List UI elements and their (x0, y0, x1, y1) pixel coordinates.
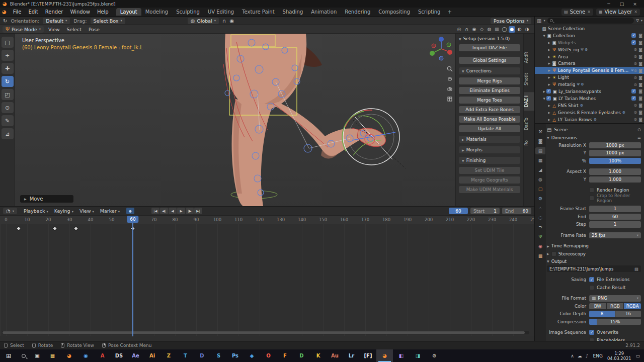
color-depth-option[interactable]: 16 (615, 311, 641, 317)
outliner-row[interactable]: ▶ ☀ Area ⊙ ◙ (535, 53, 644, 60)
viewport-header-icon[interactable]: ▥ (494, 26, 500, 33)
daz-panel-header[interactable]: ▼Setup (version 1.5.0) (459, 36, 520, 41)
file-extensions-checkbox-row[interactable]: ✓ File Extensions (589, 277, 641, 282)
render-visibility-icon[interactable]: ◙ (638, 117, 642, 122)
workspace-tab[interactable]: Sculpting (172, 8, 204, 16)
auto-keying-toggle[interactable]: ● (126, 208, 134, 214)
keyframe-diamond[interactable] (73, 226, 78, 231)
disclosure-closed-icon[interactable]: ▶ (547, 41, 551, 44)
render-visibility-icon[interactable]: ◙ (638, 61, 642, 66)
viewport-header-icon[interactable]: ◇ (478, 26, 485, 33)
render-visibility-icon[interactable]: ◙ (638, 68, 642, 73)
number-field[interactable]: 1 (589, 206, 641, 212)
tool-button[interactable]: ✚ (2, 63, 14, 74)
viewport-header-icon[interactable]: ◎ (456, 26, 462, 33)
visibility-eye-icon[interactable]: ⊙ (634, 110, 637, 115)
disclosure-closed-icon[interactable]: ▶ (547, 76, 551, 79)
daz-finishing-button[interactable]: Set UDIM Tile (459, 167, 520, 174)
timeline-menu-item[interactable]: Keying ▾ (52, 208, 76, 214)
unlink-icon[interactable]: × (587, 10, 591, 14)
daz-correction-button[interactable]: Make All Bones Posable (459, 116, 520, 123)
color-mode-option[interactable]: RGB (607, 303, 624, 310)
checkbox-row[interactable]: ✓ Crop to Render Region (589, 193, 641, 203)
tray-icon[interactable]: ∧ (571, 353, 574, 358)
disclosure-closed-icon[interactable]: ▶ (547, 69, 551, 72)
outliner-row[interactable]: ▶ Ψ Leony Ponytail Genesis 8 Female Ψ (535, 67, 644, 74)
outliner-row[interactable]: ▼ ▣ Collection ✓ (535, 32, 644, 39)
materials-section-header[interactable]: ▶Materials (459, 136, 520, 143)
daz-correction-button[interactable]: Eliminate Empties (459, 87, 520, 94)
tray-icon[interactable]: ♪ (586, 353, 589, 358)
number-field[interactable]: 1000 px (589, 142, 641, 149)
tool-button[interactable]: ✎ (2, 115, 14, 126)
viewport-menu-item[interactable]: View (45, 26, 63, 33)
disclosure-closed-icon[interactable]: ▶ (547, 62, 551, 65)
exclude-checkbox[interactable]: ✓ (631, 96, 636, 101)
visibility-eye-icon[interactable]: ⊙ (634, 61, 637, 66)
taskbar-app[interactable]: D (293, 349, 310, 362)
orientation-dropdown[interactable]: Default▾ (43, 18, 70, 24)
viewport-canvas[interactable] (0, 34, 534, 206)
tool-button[interactable]: ▢ (2, 37, 14, 48)
daz-correction-button[interactable]: Merge Rigs (459, 77, 520, 84)
outliner-row[interactable]: ▶ ☀ Light ⊙ ◙ (535, 74, 644, 81)
transport-button[interactable]: |◀ (151, 208, 159, 214)
taskbar-app[interactable]: ▦ (44, 349, 61, 362)
properties-tab[interactable]: ⚒ (535, 128, 545, 135)
taskbar-app[interactable]: Ai (144, 349, 160, 362)
filter-icon[interactable]: ∇ (636, 19, 638, 23)
checkbox[interactable]: ✓ (589, 188, 594, 193)
color-mode-option[interactable]: RGBA (624, 303, 641, 310)
timeline-menu-item[interactable]: Marker ▾ (98, 208, 122, 214)
properties-tab[interactable]: ◍ (535, 176, 545, 183)
properties-tab[interactable]: ◢ (535, 166, 545, 173)
taskbar-app[interactable]: Ps (227, 349, 244, 362)
exclude-checkbox[interactable]: ✓ (631, 33, 636, 38)
properties-tab[interactable]: ◌ (535, 214, 545, 221)
properties-tab[interactable]: Ψ (535, 233, 545, 240)
start-button[interactable]: ⊞ (0, 349, 17, 362)
taskbar-app[interactable]: ◨ (410, 349, 426, 362)
taskbar-app[interactable]: ◉ (77, 349, 94, 362)
sidebar-tab[interactable]: DAZ I (524, 92, 534, 111)
properties-tab[interactable]: ⚙ (535, 195, 545, 202)
menu-item[interactable]: Edit (25, 9, 41, 15)
properties-tab[interactable]: ▤ (535, 147, 545, 154)
render-visibility-icon[interactable]: ◙ (638, 82, 642, 87)
properties-tab[interactable]: ∴ (535, 205, 545, 212)
drag-dropdown[interactable]: Select Box▾ (91, 18, 125, 24)
viewport-menu-item[interactable]: Pose (85, 26, 103, 33)
outliner-row[interactable]: ▶ Ψ metarig Ψ ⚙ ⊙ (535, 81, 644, 88)
transport-button[interactable]: ▶| (194, 208, 202, 214)
taskbar-app[interactable]: ◕ (61, 349, 77, 362)
outliner-row[interactable]: ▧ Scene Collection (535, 25, 644, 32)
render-visibility-icon[interactable]: ◙ (638, 33, 642, 38)
exclude-checkbox[interactable]: ✓ (631, 89, 636, 94)
viewport-header-icon[interactable]: ◑ (524, 26, 530, 33)
transport-button[interactable]: ▶ (177, 208, 185, 214)
presets-icon[interactable]: ≡ (637, 135, 641, 140)
render-visibility-icon[interactable]: ◙ (638, 103, 642, 108)
outliner-row[interactable]: ▼ ✓ ▣ LY Tarian Meshes ✓ (535, 95, 644, 102)
daz-correction-button[interactable]: Update All (459, 125, 520, 132)
workspace-tab[interactable]: Shading (279, 8, 307, 16)
notification-center-icon[interactable]: ▭ (635, 353, 640, 358)
dropdown-field[interactable]: 25 fps▾ (589, 232, 641, 239)
snap-icon[interactable]: ∩ (222, 18, 226, 24)
outliner-row[interactable]: ▶ ✓ ▣ Ly_tarianeasypants ✓ (535, 88, 644, 95)
active-tool-icon[interactable]: ↻ (3, 18, 7, 24)
menu-item[interactable]: Help (94, 9, 112, 15)
3d-viewport[interactable]: ▢ + ✚ ↻ ◰ ⊙ (0, 34, 534, 206)
mode-dropdown[interactable]: Ψ Pose Mode▾ (3, 26, 44, 33)
unlink-icon[interactable]: × (634, 10, 637, 14)
outliner-row[interactable]: ▶ ▣ Widgets ✓ ◙ (535, 39, 644, 46)
editor-type-dropdown[interactable]: ◔▾ (3, 208, 17, 214)
taskbar-app[interactable]: D (194, 349, 210, 362)
properties-tab[interactable]: ◉ (535, 243, 545, 250)
properties-tab[interactable]: ▦ (535, 157, 545, 164)
keyframe-diamond[interactable] (16, 226, 21, 231)
sidebar-tab[interactable]: Shotlt (524, 69, 534, 89)
collection-checkbox[interactable]: ✓ (546, 89, 551, 94)
taskbar-app[interactable]: ◕ (376, 349, 393, 362)
morphs-section-header[interactable]: ▶Morphs (459, 146, 520, 153)
